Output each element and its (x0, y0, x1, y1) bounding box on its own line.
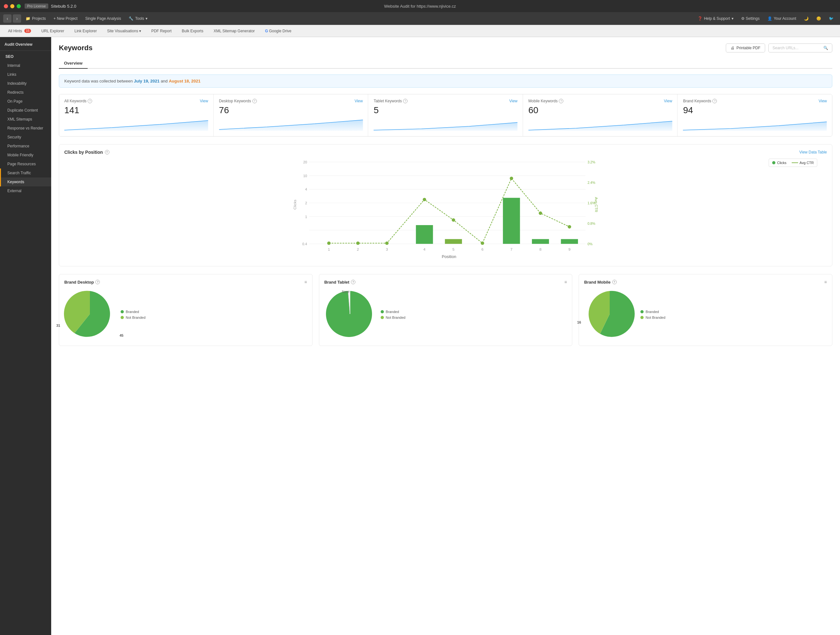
tab-overview[interactable]: Overview (59, 58, 88, 69)
twitter-button[interactable]: 🐦 (826, 15, 837, 22)
sidebar-item-duplicate-content[interactable]: Duplicate Content (0, 106, 51, 115)
help-icon-pie-tablet[interactable]: ? (351, 280, 355, 284)
bar-pos7 (503, 198, 520, 244)
new-project-button[interactable]: + New Project (50, 15, 81, 22)
forward-button[interactable]: › (13, 14, 21, 23)
hamburger-menu-tablet[interactable]: ≡ (564, 279, 567, 285)
keyword-card-brand-header: Brand Keywords ? View (683, 99, 827, 103)
svg-text:Position: Position (442, 254, 456, 259)
help-icon-all[interactable]: ? (88, 99, 92, 103)
tab-url-explorer[interactable]: URL Explorer (36, 27, 69, 36)
tab-site-visualisations[interactable]: Site Visualisations ▾ (103, 27, 146, 36)
keyword-count-brand: 94 (683, 105, 827, 115)
chevron-down-icon: ▾ (731, 16, 733, 21)
tab-google-drive[interactable]: G Google Drive (261, 27, 296, 36)
sidebar-item-security[interactable]: Security (0, 133, 51, 142)
help-icon-pie-desktop[interactable]: ? (95, 280, 100, 284)
sidebar-item-search-traffic[interactable]: Search Traffic (0, 169, 51, 178)
svg-text:2.4%: 2.4% (587, 181, 595, 184)
keyword-card-desktop-view[interactable]: View (354, 99, 363, 103)
hamburger-menu-mobile[interactable]: ≡ (824, 279, 827, 285)
help-icon-chart[interactable]: ? (105, 150, 109, 154)
single-page-button[interactable]: Single Page Analysis (82, 15, 124, 22)
tools-menu[interactable]: 🔧 Tools ▾ (125, 15, 151, 22)
legend-not-branded-mobile: Not Branded (640, 315, 665, 320)
content-area: Keywords 🖨 Printable PDF Search URLs... … (51, 37, 840, 635)
sidebar-item-redirects[interactable]: Redirects (0, 88, 51, 97)
help-icon-pie-mobile[interactable]: ? (612, 280, 617, 284)
user-icon: 👤 (767, 16, 772, 21)
view-data-table-link[interactable]: View Data Table (799, 150, 827, 154)
tab-xml-sitemap[interactable]: XML Sitemap Generator (209, 27, 260, 36)
close-button[interactable] (4, 4, 8, 8)
svg-text:4: 4 (423, 247, 426, 251)
keyword-card-brand: Brand Keywords ? View 94 (678, 95, 832, 136)
keyword-cards: All Keywords ? View 141 Desktop Keywords (59, 94, 832, 137)
hamburger-menu-desktop[interactable]: ≡ (305, 279, 307, 285)
sidebar-item-mobile-friendly[interactable]: Mobile Friendly (0, 151, 51, 159)
help-support-button[interactable]: ❓ Help & Support ▾ (695, 15, 737, 22)
help-icon-desktop[interactable]: ? (253, 99, 257, 103)
keyword-card-brand-view[interactable]: View (819, 99, 827, 103)
tab-pdf-report[interactable]: PDF Report (147, 27, 176, 36)
keyword-card-all-view[interactable]: View (200, 99, 208, 103)
sidebar-item-xml-sitemaps[interactable]: XML Sitemaps (0, 115, 51, 124)
wrench-icon: 🔧 (129, 16, 133, 21)
minimize-button[interactable] (10, 4, 14, 8)
help-icon-mobile[interactable]: ? (559, 99, 563, 103)
sidebar-item-audit-overview[interactable]: Audit Overview (0, 39, 51, 49)
end-date: August 18, 2021 (169, 79, 201, 84)
settings-button[interactable]: ⚙ Settings (738, 15, 763, 22)
svg-text:4: 4 (305, 188, 307, 191)
sidebar: Audit Overview SEO Internal Links Indexa… (0, 37, 51, 635)
back-button[interactable]: ‹ (3, 14, 11, 23)
keyword-card-mobile-view[interactable]: View (664, 99, 673, 103)
printable-pdf-button[interactable]: 🖨 Printable PDF (726, 44, 765, 52)
sidebar-item-performance[interactable]: Performance (0, 142, 51, 151)
pie-content-mobile: 16 Branded Not Branded (584, 288, 827, 340)
sidebar-item-keywords[interactable]: Keywords (0, 178, 51, 186)
svg-text:7: 7 (510, 247, 513, 251)
sidebar-item-response-vs-render[interactable]: Response vs Render (0, 124, 51, 133)
bar-pos5 (445, 239, 462, 244)
sidebar-item-internal[interactable]: Internal (0, 61, 51, 70)
tab-bulk-exports[interactable]: Bulk Exports (177, 27, 208, 36)
projects-menu[interactable]: 📁 Projects (22, 15, 49, 22)
tab-all-hints[interactable]: All Hints 15 (3, 27, 36, 36)
svg-text:0.8%: 0.8% (587, 222, 595, 225)
legend-branded-mobile: Branded (640, 310, 665, 314)
license-badge: Pro License (25, 3, 48, 9)
chevron-down-icon: ▾ (145, 16, 147, 21)
google-icon: G (265, 29, 268, 33)
search-box[interactable]: Search URLs... 🔍 (768, 44, 832, 52)
keyword-card-tablet-header: Tablet Keywords ? View (374, 99, 518, 103)
dark-mode-button[interactable]: 🌙 (801, 15, 812, 22)
clicks-by-position-section: Clicks by Position ? View Data Table Cli… (59, 144, 832, 266)
svg-text:10: 10 (303, 174, 307, 178)
keyword-card-desktop-title: Desktop Keywords ? (219, 99, 257, 103)
svg-text:Clicks: Clicks (293, 200, 297, 210)
sidebar-item-page-resources[interactable]: Page Resources (0, 159, 51, 169)
content-tabs: Overview (59, 58, 832, 69)
pie-svg-tablet (324, 288, 376, 340)
sidebar-item-external[interactable]: External (0, 186, 51, 195)
keyword-card-tablet: Tablet Keywords ? View 5 (368, 95, 523, 136)
svg-text:3.2%: 3.2% (587, 160, 595, 164)
your-account-button[interactable]: 👤 Your Account (764, 15, 799, 22)
svg-text:1: 1 (305, 215, 307, 219)
keyword-card-tablet-view[interactable]: View (509, 99, 518, 103)
tab-link-explorer[interactable]: Link Explorer (70, 27, 102, 36)
sidebar-item-indexability[interactable]: Indexability (0, 79, 51, 88)
emoji-button[interactable]: 😊 (813, 15, 824, 22)
help-icon-tablet[interactable]: ? (403, 99, 407, 103)
maximize-button[interactable] (17, 4, 21, 8)
help-icon-brand[interactable]: ? (712, 99, 717, 103)
keyword-card-tablet-title: Tablet Keywords ? (374, 99, 407, 103)
svg-text:0%: 0% (587, 242, 593, 246)
sidebar-item-seo[interactable]: SEO (0, 52, 51, 61)
sidebar-item-links[interactable]: Links (0, 70, 51, 79)
sidebar-item-on-page[interactable]: On Page (0, 97, 51, 106)
title-bar: Pro License Sitebulb 5.2.0 Website Audit… (0, 0, 840, 12)
start-date: July 19, 2021 (134, 79, 159, 84)
svg-text:0.4: 0.4 (302, 242, 307, 246)
